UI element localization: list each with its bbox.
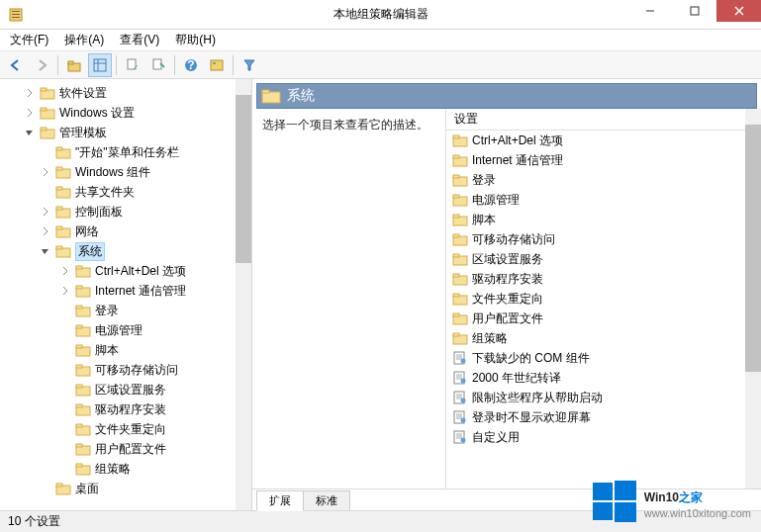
list-item[interactable]: 可移动存储访问 <box>446 229 761 249</box>
svg-rect-46 <box>76 345 82 348</box>
folder-icon <box>55 165 71 179</box>
tree-pane[interactable]: 软件设置Windows 设置管理模板"开始"菜单和任务栏Windows 组件共享… <box>0 79 252 510</box>
tree-item[interactable]: "开始"菜单和任务栏 <box>0 142 251 162</box>
tree-item[interactable]: 文件夹重定向 <box>0 419 251 439</box>
setting-icon <box>452 410 468 424</box>
list-scrollbar-thumb[interactable] <box>745 125 761 372</box>
tree-arrow-icon[interactable] <box>40 166 51 178</box>
list-item[interactable]: 电源管理 <box>446 190 761 210</box>
svg-rect-22 <box>41 108 47 111</box>
folder-icon <box>55 185 71 199</box>
tree-item[interactable]: 用户配置文件 <box>0 439 251 459</box>
menu-help[interactable]: 帮助(H) <box>169 30 222 50</box>
tree-item[interactable]: 驱动程序安装 <box>0 399 251 419</box>
list-column-header[interactable]: 设置 <box>446 109 761 131</box>
list-item[interactable]: 自定义用 <box>446 427 761 447</box>
tree-item-label: Internet 通信管理 <box>95 283 186 300</box>
toolbar-separator <box>174 55 175 75</box>
tree-item-label: 登录 <box>95 303 119 319</box>
refresh-button[interactable] <box>121 53 144 77</box>
setting-icon <box>452 371 468 385</box>
list-item[interactable]: Internet 通信管理 <box>446 150 761 170</box>
tree-item[interactable]: Ctrl+Alt+Del 选项 <box>0 261 251 281</box>
menu-view[interactable]: 查看(V) <box>114 30 165 50</box>
svg-rect-54 <box>76 424 82 427</box>
list-item[interactable]: 2000 年世纪转译 <box>446 368 761 388</box>
tree-item[interactable]: Windows 组件 <box>0 162 251 182</box>
tree-item[interactable]: Internet 通信管理 <box>0 281 251 301</box>
tree-item[interactable]: 区域设置服务 <box>0 380 251 399</box>
menu-action[interactable]: 操作(A) <box>58 30 110 50</box>
forward-button[interactable] <box>30 53 53 77</box>
tree-item[interactable]: 电源管理 <box>0 320 251 340</box>
tree-item-label: Windows 组件 <box>75 164 150 181</box>
tree-arrow-icon[interactable] <box>24 87 36 99</box>
folder-icon <box>75 422 91 436</box>
folder-icon <box>75 363 91 377</box>
menu-file[interactable]: 文件(F) <box>4 30 54 50</box>
svg-rect-60 <box>56 484 62 487</box>
tree-item[interactable]: Windows 设置 <box>0 103 251 123</box>
tab-standard[interactable]: 标准 <box>303 490 350 510</box>
tree-arrow-icon[interactable] <box>40 225 51 237</box>
list-item[interactable]: 用户配置文件 <box>446 309 761 328</box>
help-button[interactable]: ? <box>179 53 203 77</box>
tree-arrow-icon[interactable] <box>59 285 71 297</box>
folder-icon <box>452 292 468 306</box>
close-button[interactable] <box>716 0 761 22</box>
tree-item[interactable]: 网络 <box>0 222 251 241</box>
list-item-label: 可移动存储访问 <box>472 231 555 248</box>
tree-spacer <box>59 403 71 415</box>
tree-item[interactable]: 系统 <box>0 241 251 261</box>
folder-icon <box>452 133 468 147</box>
folder-icon <box>75 343 91 357</box>
tree-item[interactable]: 控制面板 <box>0 202 251 222</box>
list-item[interactable]: 文件夹重定向 <box>446 289 761 309</box>
list-item-label: 登录时不显示欢迎屏幕 <box>472 409 591 426</box>
tree-item[interactable]: 共享文件夹 <box>0 182 251 202</box>
app-icon <box>8 7 24 23</box>
svg-point-104 <box>461 418 466 423</box>
tree-arrow-icon[interactable] <box>59 265 71 277</box>
svg-rect-74 <box>453 234 459 237</box>
tree-arrow-icon[interactable] <box>24 107 36 119</box>
list-item[interactable]: 登录 <box>446 170 761 190</box>
back-button[interactable] <box>4 53 28 77</box>
list-item[interactable]: Ctrl+Alt+Del 选项 <box>446 131 761 150</box>
tree-arrow-icon[interactable] <box>24 127 36 138</box>
tree-item[interactable]: 管理模板 <box>0 123 251 142</box>
folder-icon <box>452 153 468 167</box>
list-item-label: 用户配置文件 <box>472 310 543 327</box>
minimize-button[interactable] <box>627 0 672 22</box>
maximize-button[interactable] <box>672 0 716 22</box>
view-button[interactable] <box>205 53 229 77</box>
up-button[interactable] <box>62 53 86 77</box>
filter-button[interactable] <box>238 53 261 77</box>
tree-item[interactable]: 可移动存储访问 <box>0 360 251 380</box>
status-bar: 10 个设置 <box>0 510 761 532</box>
list-item[interactable]: 登录时不显示欢迎屏幕 <box>446 407 761 427</box>
tree-item[interactable]: 组策略 <box>0 459 251 479</box>
list-view-button[interactable] <box>88 53 112 77</box>
list-item[interactable]: 脚本 <box>446 210 761 229</box>
svg-rect-28 <box>56 167 62 170</box>
folder-icon <box>55 145 71 159</box>
list-item[interactable]: 区域设置服务 <box>446 249 761 269</box>
tree-item[interactable]: 软件设置 <box>0 83 251 103</box>
tree-item[interactable]: 脚本 <box>0 340 251 360</box>
tree-item-label: 桌面 <box>75 481 99 497</box>
tree-item-label: 控制面板 <box>75 204 123 221</box>
export-button[interactable] <box>146 53 170 77</box>
list-item[interactable]: 限制这些程序从帮助启动 <box>446 388 761 407</box>
tree-arrow-icon[interactable] <box>40 206 51 218</box>
tree-item-label: 驱动程序安装 <box>95 401 166 418</box>
tree-item[interactable]: 登录 <box>0 301 251 320</box>
tree-item[interactable]: 桌面 <box>0 479 251 498</box>
tab-extended[interactable]: 扩展 <box>256 490 304 511</box>
list-item[interactable]: 驱动程序安装 <box>446 269 761 289</box>
svg-point-89 <box>461 359 466 364</box>
list-item[interactable]: 组策略 <box>446 328 761 348</box>
tree-scrollbar-thumb[interactable] <box>236 95 251 263</box>
tree-arrow-icon[interactable] <box>40 245 51 257</box>
list-item[interactable]: 下载缺少的 COM 组件 <box>446 348 761 368</box>
